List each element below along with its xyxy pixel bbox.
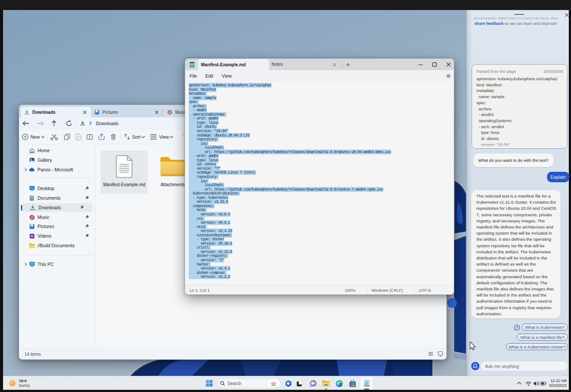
svg-text:Sort: Sort — [132, 134, 140, 140]
svg-text:?: ? — [516, 325, 518, 330]
svg-text:View: View — [159, 134, 169, 140]
svg-text:New: New — [31, 134, 40, 140]
